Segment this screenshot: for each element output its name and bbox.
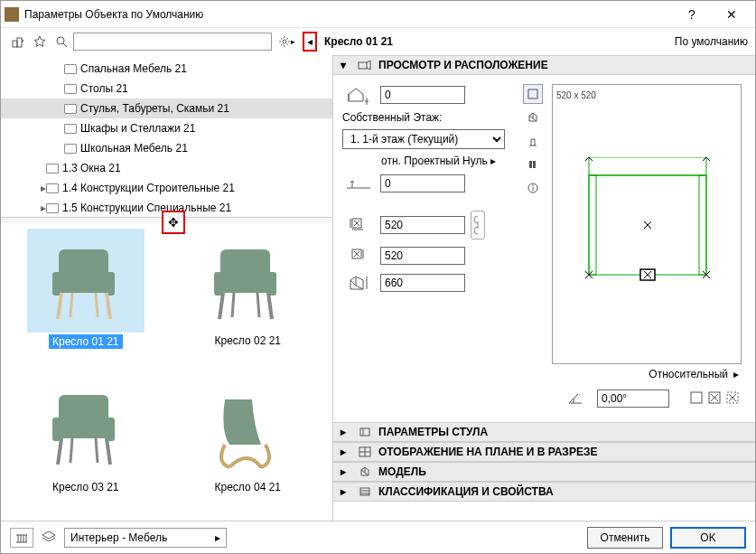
section-preview-header[interactable]: ▾ ПРОСМОТР И РАСПОЛОЖЕНИЕ bbox=[333, 55, 755, 75]
collapse-panel-button[interactable]: ◂ bbox=[303, 32, 317, 52]
model-section-icon bbox=[357, 465, 373, 478]
rel-project-zero-label: отн. Проектный Нуль bbox=[381, 155, 488, 167]
tree-item[interactable]: Спальная Мебель 21 bbox=[1, 59, 332, 79]
library-footer-button[interactable] bbox=[10, 528, 33, 548]
thumbnail-label: Кресло 04 21 bbox=[214, 481, 281, 493]
tree-item[interactable]: Шкафы и Стеллажи 21 bbox=[1, 118, 332, 138]
folder-icon bbox=[64, 84, 77, 94]
svg-rect-42 bbox=[529, 161, 532, 168]
chevron-right-icon: ▸ bbox=[341, 426, 351, 438]
width-input[interactable] bbox=[380, 216, 465, 234]
left-panel: Спальная Мебель 21Столы 21Стулья, Табуре… bbox=[1, 55, 333, 521]
svg-rect-49 bbox=[589, 175, 596, 275]
svg-rect-5 bbox=[59, 277, 108, 293]
mirror-x-icon bbox=[708, 391, 721, 407]
cancel-button[interactable]: Отменить bbox=[587, 527, 663, 549]
thumbnail[interactable]: Кресло 01 21 bbox=[6, 229, 165, 371]
height-input[interactable] bbox=[380, 274, 465, 292]
mirror-y-icon bbox=[726, 391, 739, 407]
help-button[interactable]: ? bbox=[672, 2, 712, 27]
app-icon bbox=[5, 7, 19, 22]
thumbnail-image bbox=[189, 375, 306, 479]
chevron-right-icon: ▸ bbox=[341, 485, 351, 498]
settings-gear[interactable]: ▸ bbox=[274, 32, 299, 52]
svg-line-10 bbox=[107, 293, 110, 319]
svg-rect-15 bbox=[214, 272, 223, 296]
tree-item-label: Спальная Мебель 21 bbox=[80, 62, 187, 75]
preview-column: 520 x 520 bbox=[552, 84, 746, 413]
section-model-header[interactable]: ▸ МОДЕЛЬ bbox=[333, 462, 755, 482]
thumbnail[interactable]: Кресло 04 21 bbox=[169, 375, 328, 516]
chevron-right-icon: ▸ bbox=[341, 465, 351, 478]
preview-dimensions: 520 x 520 bbox=[556, 90, 596, 100]
own-floor-label: Собственный Этаж: bbox=[342, 111, 514, 124]
folder-icon bbox=[46, 183, 59, 193]
elevation-icon bbox=[342, 84, 375, 106]
chevron-right-icon: ▸ bbox=[215, 531, 220, 544]
chair-section-icon bbox=[357, 426, 373, 438]
elevation-input[interactable] bbox=[380, 86, 465, 104]
layer-select[interactable]: Интерьер - Мебель ▸ bbox=[64, 528, 227, 548]
link-dimensions-icon[interactable] bbox=[471, 211, 485, 239]
section-model-title: МОДЕЛЬ bbox=[378, 465, 426, 478]
close-button[interactable]: ✕ bbox=[712, 2, 751, 27]
window-title: Параметры Объекта по Умолчанию bbox=[24, 8, 672, 21]
search-icon-button[interactable] bbox=[51, 32, 71, 52]
depth-input[interactable] bbox=[380, 247, 465, 265]
thumbnail-label: Кресло 01 21 bbox=[49, 334, 123, 349]
section-class-header[interactable]: ▸ КЛАССИФИКАЦИЯ И СВОЙСТВА bbox=[333, 482, 755, 502]
svg-line-11 bbox=[70, 293, 72, 317]
expand-arrow-icon[interactable]: ▸ bbox=[35, 202, 46, 214]
tree-item[interactable]: ▸1.4 Конструкции Строительные 21 bbox=[1, 178, 332, 198]
favorite-button[interactable] bbox=[30, 32, 50, 52]
thumbnail-image bbox=[27, 229, 145, 333]
move-cursor-icon: ✥ bbox=[162, 211, 185, 234]
rel-zero-input[interactable] bbox=[380, 174, 465, 192]
thumbnail-grid: Кресло 01 21 Кресло 02 21 Кресло 03 21Кр… bbox=[1, 223, 332, 521]
view-section-button[interactable] bbox=[523, 155, 543, 174]
svg-rect-8 bbox=[106, 272, 115, 296]
library-button[interactable] bbox=[8, 32, 28, 52]
search-input[interactable] bbox=[73, 33, 272, 51]
svg-line-18 bbox=[268, 293, 272, 319]
svg-rect-0 bbox=[13, 41, 17, 47]
library-tree[interactable]: Спальная Мебель 21Столы 21Стулья, Табуре… bbox=[1, 55, 332, 218]
relative-arrow-icon[interactable]: ▸ bbox=[733, 368, 739, 380]
section-chair-header[interactable]: ▸ ПАРАМЕТРЫ СТУЛА bbox=[333, 422, 755, 442]
splitter[interactable]: ✥ bbox=[1, 218, 332, 223]
tree-item[interactable]: Школьная Мебель 21 bbox=[1, 138, 332, 158]
svg-line-19 bbox=[232, 293, 234, 317]
view-info-button[interactable] bbox=[523, 178, 543, 198]
svg-rect-13 bbox=[220, 277, 270, 293]
tree-item[interactable]: 1.3 Окна 21 bbox=[1, 158, 332, 178]
object-name: Кресло 01 21 bbox=[324, 35, 393, 48]
tree-item[interactable]: Стулья, Табуреты, Скамьи 21 bbox=[1, 99, 332, 118]
main: Спальная Мебель 21Столы 21Стулья, Табуре… bbox=[1, 55, 755, 521]
view-plan-button[interactable] bbox=[523, 84, 543, 104]
ok-button[interactable]: OK bbox=[670, 527, 746, 549]
height-icon bbox=[342, 272, 375, 294]
angle-input[interactable] bbox=[597, 390, 669, 408]
preview-canvas[interactable]: 520 x 520 bbox=[552, 84, 742, 364]
thumbnail[interactable]: Кресло 03 21 bbox=[6, 375, 165, 516]
tree-item[interactable]: Столы 21 bbox=[1, 79, 332, 99]
mirror-x-checkbox[interactable] bbox=[690, 391, 703, 407]
svg-rect-14 bbox=[220, 249, 270, 278]
svg-line-25 bbox=[58, 438, 61, 465]
footer: Интерьер - Мебель ▸ Отменить OK bbox=[1, 521, 755, 553]
class-section-icon bbox=[357, 485, 373, 498]
floor-select[interactable]: 1. 1-й этаж (Текущий) bbox=[342, 129, 505, 149]
thumbnail-label: Кресло 02 21 bbox=[214, 334, 281, 347]
view-3d-button[interactable] bbox=[523, 108, 543, 127]
preview-section-icon bbox=[357, 59, 373, 71]
expand-arrow-icon[interactable]: ▸ bbox=[35, 182, 46, 194]
thumbnail[interactable]: Кресло 02 21 bbox=[169, 229, 328, 371]
tree-item-label: Шкафы и Стеллажи 21 bbox=[80, 122, 195, 135]
section-display-title: ОТОБРАЖЕНИЕ НА ПЛАНЕ И В РАЗРЕЗЕ bbox=[378, 446, 597, 458]
section-display-header[interactable]: ▸ ОТОБРАЖЕНИЕ НА ПЛАНЕ И В РАЗРЕЗЕ bbox=[333, 442, 755, 462]
view-elevation-button[interactable] bbox=[523, 131, 543, 151]
svg-rect-52 bbox=[691, 392, 702, 403]
position-controls: Собственный Этаж: 1. 1-й этаж (Текущий) … bbox=[342, 84, 514, 413]
svg-rect-29 bbox=[359, 62, 367, 69]
depth-icon bbox=[342, 245, 375, 267]
